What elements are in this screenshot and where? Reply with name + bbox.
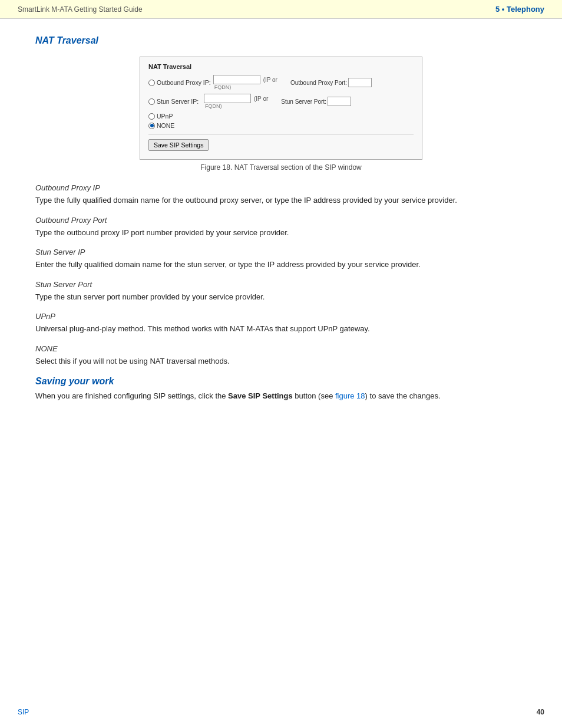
subsection-title-none: NONE — [35, 344, 527, 353]
saving-bold-text: Save SIP Settings — [228, 391, 293, 400]
none-row: NONE — [148, 122, 414, 129]
outbound-proxy-ip-input[interactable] — [213, 75, 260, 84]
subsection-title-outbound-proxy-port: Outbound Proxy Port — [35, 216, 527, 225]
subsection-stun-server-ip: Stun Server IP Enter the fully qualified… — [35, 248, 527, 271]
figure-caption: Figure 18. NAT Traversal section of the … — [200, 163, 361, 172]
nat-box-title: NAT Traversal — [148, 63, 414, 70]
saving-body-before: When you are finished configuring SIP se… — [35, 391, 228, 400]
subsection-stun-server-port: Stun Server Port Type the stun server po… — [35, 280, 527, 303]
outbound-proxy-input-group: (IP or FQDN) — [213, 75, 279, 90]
subsection-body-outbound-proxy-ip: Type the fully qualified domain name for… — [35, 195, 527, 206]
subsection-body-stun-server-port: Type the stun server port number provide… — [35, 291, 527, 303]
subsection-title-upnp: UPnP — [35, 312, 527, 321]
subsection-body-outbound-proxy-port: Type the outbound proxy IP port number p… — [35, 227, 527, 239]
nat-traversal-box: NAT Traversal Outbound Proxy IP: (IP or — [140, 57, 422, 160]
header-left-text: SmartLink M-ATA Getting Started Guide — [18, 5, 143, 14]
subsection-outbound-proxy-ip: Outbound Proxy IP Type the fully qualifi… — [35, 183, 527, 206]
subsection-none: NONE Select this if you will not be usin… — [35, 344, 527, 367]
saving-section: Saving your work When you are finished c… — [35, 376, 527, 402]
saving-body-middle: button (see — [293, 391, 335, 400]
footer: SIP 40 — [0, 708, 562, 716]
ip-or-label-1: (IP or — [263, 77, 277, 83]
upnp-radio[interactable] — [148, 113, 155, 120]
stun-server-port-label: Stun Server Port: — [281, 98, 326, 105]
footer-right: 40 — [537, 708, 544, 716]
section-title-nat: NAT Traversal — [35, 35, 527, 46]
outbound-proxy-port-input[interactable] — [348, 78, 372, 87]
none-label: NONE — [157, 122, 174, 129]
subsection-body-stun-server-ip: Enter the fully qualified domain name fo… — [35, 259, 527, 271]
nat-divider — [148, 134, 414, 134]
stun-server-input-group: (IP or FQDN) — [204, 94, 269, 109]
stun-server-label: Stun Server IP: — [157, 98, 199, 105]
fqdn-label-2: FQDN) — [205, 103, 269, 109]
footer-left: SIP — [18, 708, 29, 716]
subsection-outbound-proxy-port: Outbound Proxy Port Type the outbound pr… — [35, 216, 527, 239]
stun-server-radio[interactable] — [148, 98, 155, 105]
subsection-title-outbound-proxy-ip: Outbound Proxy IP — [35, 183, 527, 192]
stun-server-ip-row: Stun Server IP: (IP or FQDN) Stun Server… — [148, 94, 414, 109]
subsection-upnp: UPnP Universal plug-and-play method. Thi… — [35, 312, 527, 335]
stun-server-port-input[interactable] — [328, 97, 351, 106]
outbound-proxy-port-label: Outbound Proxy Port: — [290, 80, 347, 86]
saving-body-after: ) to save the changes. — [365, 391, 441, 400]
upnp-row: UPnP — [148, 113, 414, 120]
upnp-label: UPnP — [157, 113, 173, 120]
save-sip-settings-button[interactable]: Save SIP Settings — [148, 139, 209, 151]
outbound-proxy-label: Outbound Proxy IP: — [157, 79, 211, 86]
none-radio[interactable] — [148, 123, 155, 129]
subsection-body-upnp: Universal plug-and-play method. This met… — [35, 323, 527, 335]
page-container: SmartLink M-ATA Getting Started Guide 5 … — [0, 0, 562, 728]
fqdn-label-1: FQDN) — [214, 84, 279, 90]
subsection-title-stun-server-ip: Stun Server IP — [35, 248, 527, 256]
saving-title: Saving your work — [35, 376, 527, 387]
header-right-text: 5 • Telephony — [495, 5, 544, 14]
stun-server-ip-input[interactable] — [204, 94, 251, 103]
outbound-proxy-radio[interactable] — [148, 80, 155, 86]
subsection-title-stun-server-port: Stun Server Port — [35, 280, 527, 289]
subsection-body-none: Select this if you will not be using NAT… — [35, 355, 527, 367]
saving-body: When you are finished configuring SIP se… — [35, 390, 527, 402]
figure-18-link[interactable]: figure 18 — [335, 391, 365, 400]
header-bar: SmartLink M-ATA Getting Started Guide 5 … — [0, 0, 562, 19]
outbound-proxy-ip-row: Outbound Proxy IP: (IP or FQDN) Outbound… — [148, 75, 414, 90]
subsections-container: Outbound Proxy IP Type the fully qualifi… — [35, 183, 527, 367]
nat-box-wrapper: NAT Traversal Outbound Proxy IP: (IP or — [35, 57, 527, 172]
ip-or-label-2: (IP or — [254, 95, 268, 102]
main-content: NAT Traversal NAT Traversal Outbound Pro… — [0, 19, 562, 426]
